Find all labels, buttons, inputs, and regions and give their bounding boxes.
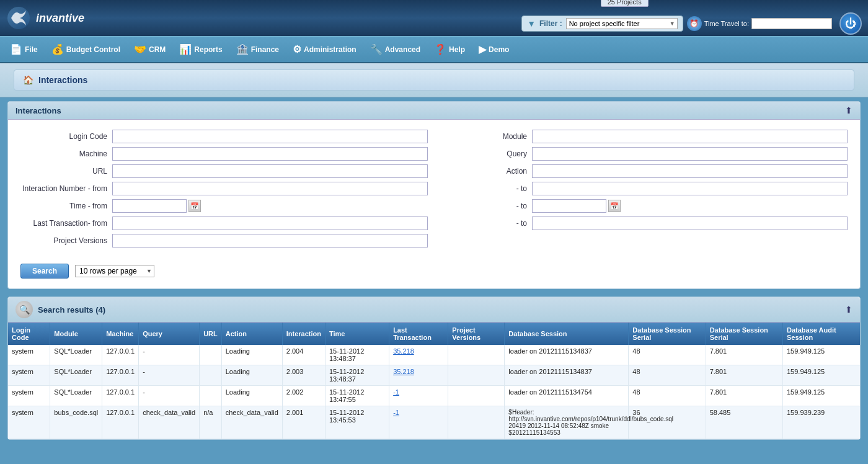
table-cell: 127.0.0.1: [102, 365, 139, 386]
table-cell: [200, 386, 222, 406]
table-cell: 159.949.125: [782, 365, 860, 386]
breadcrumb-wrapper: 🏠 Interactions: [0, 63, 868, 97]
table-cell[interactable]: 35.218: [389, 345, 448, 365]
nav-item-reports[interactable]: 📊 Reports: [173, 41, 228, 58]
table-cell: 127.0.0.1: [102, 345, 139, 365]
time-travel-icon: ⏰: [687, 16, 702, 31]
results-title-area: 🔍 Search results (4): [16, 301, 105, 318]
search-panel-title: Interactions: [16, 106, 61, 115]
machine-input[interactable]: [112, 147, 428, 161]
nav-label-help: Help: [449, 45, 465, 54]
table-cell: system: [8, 406, 50, 439]
table-cell[interactable]: 35.218: [389, 365, 448, 386]
module-input[interactable]: [532, 130, 848, 143]
interaction-from-input[interactable]: [112, 182, 428, 195]
table-cell: [200, 345, 222, 365]
filter-icon: ▼: [527, 19, 536, 29]
rows-per-page-wrapper[interactable]: 10 rows per page 25 rows per page 50 row…: [75, 265, 154, 277]
machine-label: Machine: [20, 149, 107, 158]
query-row: Query: [440, 147, 848, 161]
col-header-module: Module: [50, 323, 102, 345]
nav-item-budget-control[interactable]: 💰 Budget Control: [45, 41, 126, 58]
time-from-calendar-icon[interactable]: 📅: [188, 200, 201, 212]
project-versions-label: Project Versions: [20, 236, 107, 245]
nav-label-advanced: Advanced: [385, 45, 420, 54]
table-cell: bubs_code.sql: [50, 406, 102, 439]
results-search-icon: 🔍: [16, 301, 33, 318]
table-cell[interactable]: -1: [389, 386, 448, 406]
filter-container: ▼ Filter : No project specific filter: [521, 16, 683, 32]
nav-item-administration[interactable]: ⚙ Administration: [286, 41, 363, 58]
nav-item-help[interactable]: ❓ Help: [428, 41, 471, 58]
action-input[interactable]: [532, 164, 848, 178]
interaction-to-input[interactable]: [532, 182, 848, 195]
interaction-to-row: - to: [440, 182, 848, 195]
nav-item-file[interactable]: 📄 File: [4, 41, 44, 58]
table-cell: system: [8, 365, 50, 386]
interaction-number-label: Interaction Number - from: [20, 184, 107, 193]
logo-text: invantive: [36, 12, 84, 25]
module-row: Module: [440, 130, 848, 143]
login-code-input[interactable]: [112, 130, 428, 143]
nav-item-advanced[interactable]: 🔧 Advanced: [364, 41, 427, 58]
table-cell: $Header: http://svn.invantive.com/repos/…: [505, 406, 629, 439]
reports-icon: 📊: [179, 43, 192, 55]
table-cell: SQL*Loader: [50, 386, 102, 406]
time-from-row: Time - from 📅: [20, 199, 428, 213]
time-to-wrap: 📅: [532, 199, 621, 213]
search-button[interactable]: Search: [20, 264, 69, 279]
nav-item-finance[interactable]: 🏦 Finance: [230, 41, 285, 58]
table-row: systemSQL*Loader127.0.0.1-Loading2.00215…: [8, 386, 860, 406]
table-cell: loader on 20121115134837: [505, 345, 629, 365]
table-cell: 2.001: [282, 406, 325, 439]
table-cell: 159.949.125: [782, 345, 860, 365]
table-cell: check_data_valid: [221, 406, 282, 439]
filter-select[interactable]: No project specific filter: [566, 18, 678, 29]
col-header-db-audit-session: Database Audit Session: [782, 323, 860, 345]
table-cell: 48: [629, 386, 706, 406]
last-trans-from-input[interactable]: [112, 216, 428, 230]
col-header-time: Time: [326, 323, 389, 345]
table-cell: check_data_valid: [139, 406, 200, 439]
filter-label: Filter :: [539, 19, 562, 28]
time-to-calendar-icon[interactable]: 📅: [608, 200, 621, 212]
col-header-login-code: Login Code: [8, 323, 50, 345]
time-from-input[interactable]: [112, 199, 187, 213]
collapse-icon[interactable]: ⬆: [845, 105, 852, 115]
table-cell[interactable]: -1: [389, 406, 448, 439]
time-travel-input[interactable]: [751, 18, 832, 29]
action-label: Action: [440, 167, 527, 176]
results-table-body: systemSQL*Loader127.0.0.1-Loading2.00415…: [8, 345, 860, 439]
col-header-url: URL: [200, 323, 222, 345]
nav-item-demo[interactable]: ▶ Demo: [472, 41, 515, 58]
machine-row: Machine: [20, 147, 428, 161]
table-cell: SQL*Loader: [50, 345, 102, 365]
form-left-col: Login Code Machine URL Interaction Numbe…: [20, 130, 428, 251]
table-cell: n/a: [200, 406, 222, 439]
power-button[interactable]: ⏻: [839, 12, 862, 35]
table-cell: system: [8, 386, 50, 406]
breadcrumb-home-icon: 🏠: [23, 75, 33, 85]
last-trans-to-row: - to: [440, 216, 848, 230]
filter-select-wrapper[interactable]: No project specific filter: [566, 18, 678, 29]
time-to-input[interactable]: [532, 199, 606, 213]
col-header-last-transaction: Last Transaction: [389, 323, 448, 345]
last-trans-from-label: Last Transaction- from: [20, 219, 107, 228]
table-cell: Loading: [221, 386, 282, 406]
time-travel-area: ⏰ Time Travel to:: [687, 16, 832, 31]
last-trans-to-input[interactable]: [532, 216, 848, 230]
url-input[interactable]: [112, 164, 428, 178]
table-cell: 7.801: [706, 365, 782, 386]
results-table-head: Login Code Module Machine Query URL Acti…: [8, 323, 860, 345]
table-cell: 58.485: [706, 406, 782, 439]
file-icon: 📄: [10, 43, 22, 55]
nav-item-crm[interactable]: 🤝 CRM: [128, 41, 172, 58]
results-collapse-icon[interactable]: ⬆: [845, 305, 852, 315]
col-header-query: Query: [139, 323, 200, 345]
nav-label-crm: CRM: [149, 45, 166, 54]
col-header-machine: Machine: [102, 323, 139, 345]
rows-per-page-select[interactable]: 10 rows per page 25 rows per page 50 row…: [75, 265, 154, 277]
project-versions-input[interactable]: [112, 234, 428, 248]
query-label: Query: [440, 149, 527, 158]
query-input[interactable]: [532, 147, 848, 161]
